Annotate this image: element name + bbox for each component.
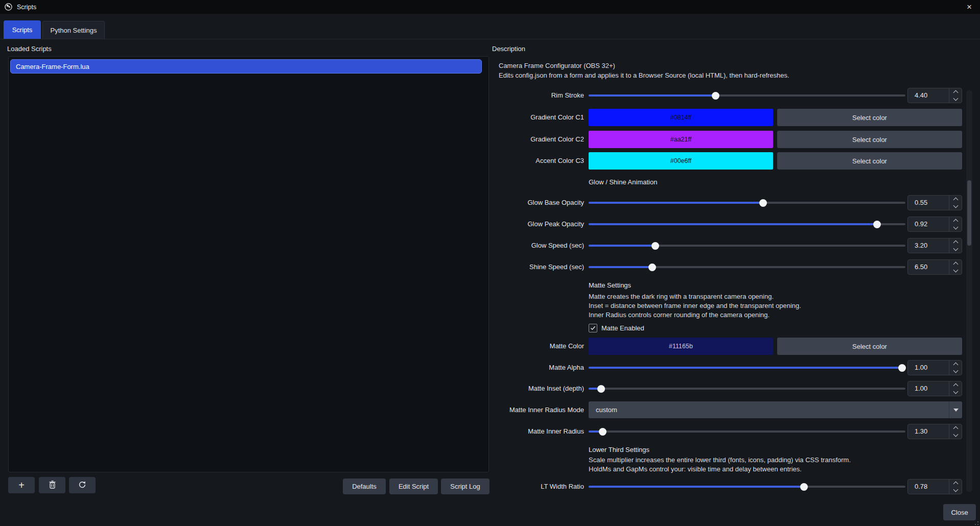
- spin-down-icon[interactable]: [949, 389, 962, 396]
- rim-stroke-spinbox[interactable]: 4.40: [907, 88, 962, 103]
- spin-up-icon[interactable]: [949, 238, 962, 246]
- spin-up-icon[interactable]: [949, 361, 962, 368]
- gradient-c2-row: Gradient Color C2 #aa21ff Select color: [498, 131, 962, 148]
- description-scrollbar[interactable]: [966, 90, 972, 492]
- matte-inset-row: Matte Inset (depth) 1.00: [498, 381, 962, 396]
- matte-color-swatch: #11165b: [589, 338, 773, 355]
- gradient-c2-label: Gradient Color C2: [498, 131, 584, 148]
- spin-down-icon[interactable]: [949, 487, 962, 494]
- lt-width-ratio-label: LT Width Ratio: [498, 479, 584, 494]
- window-close-icon[interactable]: ×: [963, 0, 976, 14]
- slider-handle[interactable]: [898, 364, 906, 372]
- glow-base-opacity-slider[interactable]: [589, 195, 905, 210]
- glow-base-opacity-spinbox[interactable]: 0.55: [907, 195, 962, 210]
- spin-up-icon[interactable]: [949, 480, 962, 487]
- shine-speed-slider[interactable]: [589, 259, 905, 275]
- lt-width-ratio-slider[interactable]: [589, 479, 905, 494]
- rim-stroke-slider[interactable]: [589, 88, 905, 103]
- reload-scripts-button[interactable]: [69, 477, 96, 493]
- glow-speed-slider[interactable]: [589, 238, 905, 253]
- glow-peak-opacity-slider[interactable]: [589, 217, 905, 232]
- spin-down-icon[interactable]: [949, 246, 962, 253]
- glow-speed-spinbox[interactable]: 3.20: [907, 238, 962, 253]
- matte-inner-radius-slider[interactable]: [589, 424, 905, 439]
- spin-down-icon[interactable]: [949, 224, 962, 231]
- glow-speed-row: Glow Speed (sec) 3.20: [498, 238, 962, 253]
- spin-down-icon[interactable]: [949, 432, 962, 439]
- tab-scripts[interactable]: Scripts: [4, 20, 41, 39]
- slider-handle[interactable]: [873, 221, 881, 228]
- slider-handle[interactable]: [759, 199, 767, 207]
- lt-width-ratio-row: LT Width Ratio 0.78: [498, 479, 962, 494]
- script-log-button[interactable]: Script Log: [441, 479, 489, 494]
- spin-down-icon[interactable]: [949, 203, 962, 210]
- trash-icon: [49, 481, 56, 490]
- spin-down-icon[interactable]: [949, 267, 962, 274]
- resize-grip[interactable]: [972, 519, 978, 525]
- spin-up-icon[interactable]: [949, 381, 962, 389]
- loaded-scripts-header: Loaded Scripts: [7, 45, 52, 53]
- chevron-down-icon[interactable]: [949, 401, 962, 418]
- description-header: Description: [492, 45, 525, 53]
- tab-python-settings[interactable]: Python Settings: [42, 21, 105, 39]
- matte-inner-radius-spinbox[interactable]: 1.30: [907, 424, 962, 439]
- matte-color-select-color-button[interactable]: Select color: [777, 338, 962, 355]
- defaults-button[interactable]: Defaults: [343, 479, 386, 494]
- matte-section-description: Matte creates the dark ring with a trans…: [589, 292, 801, 320]
- slider-handle[interactable]: [648, 264, 656, 271]
- glow-peak-opacity-spinbox[interactable]: 0.92: [907, 217, 962, 232]
- spin-up-icon[interactable]: [949, 424, 962, 432]
- slider-handle[interactable]: [597, 385, 605, 393]
- spin-up-icon[interactable]: [949, 260, 962, 267]
- matte-alpha-slider[interactable]: [589, 360, 905, 375]
- matte-alpha-spinbox[interactable]: 1.00: [907, 360, 962, 375]
- lower-third-section-description: Scale multiplier increases the entire lo…: [589, 456, 851, 474]
- spin-up-icon[interactable]: [949, 196, 962, 203]
- slider-handle[interactable]: [599, 428, 606, 436]
- lower-third-section-header: Lower Third Settings: [589, 446, 649, 453]
- script-description-text: Camera Frame Configurator (OBS 32+) Edit…: [499, 61, 789, 80]
- spin-value: 0.92: [915, 217, 927, 231]
- slider-handle[interactable]: [800, 483, 808, 491]
- matte-enabled-checkbox[interactable]: Matte Enabled: [589, 324, 644, 332]
- shine-speed-label: Shine Speed (sec): [498, 259, 584, 275]
- spin-value: 4.40: [915, 88, 927, 103]
- spin-value: 0.55: [915, 196, 927, 210]
- matte-inner-radius-mode-label: Matte Inner Radius Mode: [498, 401, 584, 418]
- add-script-button[interactable]: +: [8, 477, 35, 493]
- remove-script-button[interactable]: [39, 477, 65, 493]
- spin-up-icon[interactable]: [949, 88, 962, 95]
- spin-down-icon[interactable]: [949, 368, 962, 375]
- matte-inset-spinbox[interactable]: 1.00: [907, 381, 962, 396]
- spin-value: 0.78: [915, 480, 927, 494]
- script-list[interactable]: Camera-Frame-Form.lua: [8, 56, 489, 472]
- close-button[interactable]: Close: [943, 504, 976, 520]
- accent-c3-row: Accent Color C3 #00e6ff Select color: [498, 152, 962, 170]
- scrollbar-thumb[interactable]: [967, 180, 971, 246]
- gradient-c1-swatch: #0814ff: [589, 109, 773, 126]
- matte-inset-label: Matte Inset (depth): [498, 381, 584, 396]
- matte-color-label: Matte Color: [498, 338, 584, 355]
- edit-script-button[interactable]: Edit Script: [389, 479, 438, 494]
- slider-handle[interactable]: [651, 242, 659, 250]
- matte-inner-radius-mode-dropdown[interactable]: custom: [589, 401, 962, 418]
- description-line: Edits config.json from a form and applie…: [499, 70, 789, 80]
- list-item-selected-script[interactable]: Camera-Frame-Form.lua: [10, 59, 482, 74]
- spin-value: 6.50: [915, 260, 927, 274]
- accent-c3-select-color-button[interactable]: Select color: [777, 152, 962, 170]
- lt-width-ratio-spinbox[interactable]: 0.78: [907, 479, 962, 494]
- plus-icon: +: [18, 480, 25, 490]
- matte-alpha-row: Matte Alpha 1.00: [498, 360, 962, 375]
- checkbox-icon[interactable]: [589, 324, 597, 332]
- spin-down-icon[interactable]: [949, 95, 962, 103]
- gradient-c2-select-color-button[interactable]: Select color: [777, 131, 962, 148]
- shine-speed-spinbox[interactable]: 6.50: [907, 259, 962, 275]
- gradient-c1-select-color-button[interactable]: Select color: [777, 109, 962, 126]
- spin-up-icon[interactable]: [949, 217, 962, 224]
- refresh-icon: [78, 481, 86, 490]
- glow-base-opacity-label: Glow Base Opacity: [498, 195, 584, 210]
- slider-handle[interactable]: [712, 92, 719, 100]
- matte-inset-slider[interactable]: [589, 381, 905, 396]
- matte-inner-radius-label: Matte Inner Radius: [498, 424, 584, 439]
- description-line: Camera Frame Configurator (OBS 32+): [499, 61, 789, 70]
